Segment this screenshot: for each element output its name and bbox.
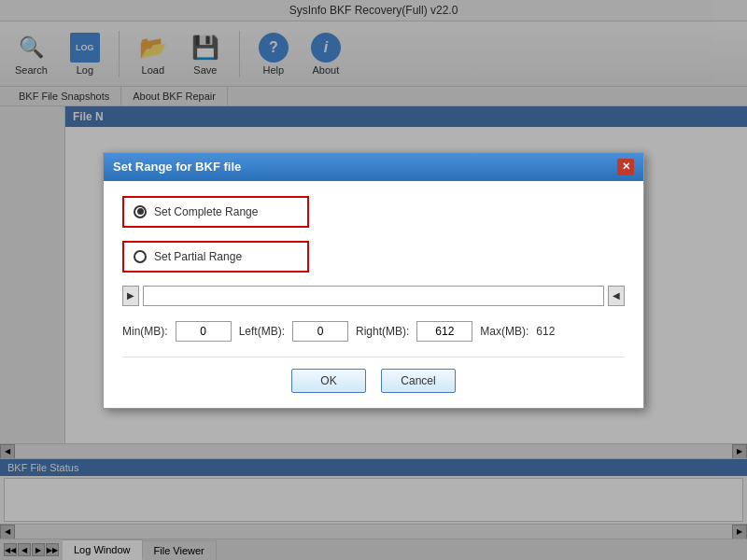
complete-range-label: Set Complete Range: [154, 205, 258, 218]
dialog-separator: [122, 357, 625, 357]
range-left-arrow[interactable]: ▶: [122, 286, 139, 306]
complete-range-radio[interactable]: [134, 205, 147, 218]
right-input[interactable]: [416, 321, 472, 342]
dialog-body: Set Complete Range Set Partial Range ▶ ◀…: [104, 181, 643, 408]
set-range-dialog: Set Range for BKF file ✕ Set Complete Ra…: [103, 152, 644, 409]
partial-range-label: Set Partial Range: [154, 250, 242, 263]
left-input[interactable]: [292, 321, 348, 342]
cancel-button[interactable]: Cancel: [381, 369, 456, 393]
left-label: Left(MB):: [239, 325, 285, 338]
dialog-buttons: OK Cancel: [122, 369, 625, 393]
right-label: Right(MB):: [356, 325, 409, 338]
dialog-close-button[interactable]: ✕: [617, 159, 634, 175]
range-track[interactable]: [143, 286, 604, 306]
range-right-arrow[interactable]: ◀: [608, 286, 625, 306]
range-bar-container: ▶ ◀: [122, 286, 625, 306]
dialog-title-bar: Set Range for BKF file ✕: [104, 153, 643, 181]
min-label: Min(MB):: [122, 325, 168, 338]
max-label: Max(MB):: [480, 325, 529, 338]
max-value: 612: [536, 325, 555, 338]
modal-overlay: Set Range for BKF file ✕ Set Complete Ra…: [0, 0, 747, 560]
mb-fields: Min(MB): Left(MB): Right(MB): Max(MB): 6…: [122, 321, 625, 342]
complete-range-option[interactable]: Set Complete Range: [122, 196, 309, 228]
min-input[interactable]: [176, 321, 232, 342]
ok-button[interactable]: OK: [291, 369, 366, 393]
dialog-title: Set Range for BKF file: [113, 160, 241, 174]
partial-range-option[interactable]: Set Partial Range: [122, 241, 309, 273]
partial-range-radio[interactable]: [134, 250, 147, 263]
